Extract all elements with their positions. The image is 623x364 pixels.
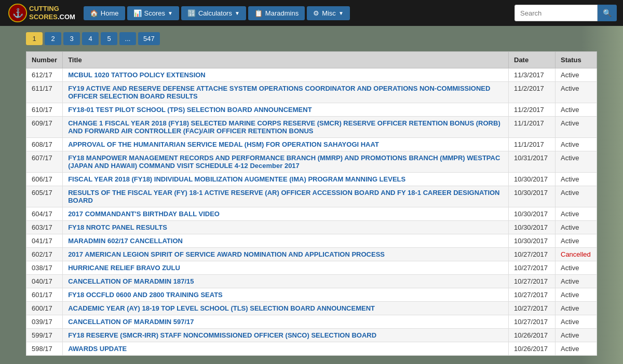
cell-status: Active (556, 234, 597, 248)
cell-status: Active (556, 82, 597, 103)
maradmins-button[interactable]: 📋 Maradmins (248, 6, 305, 20)
cell-title[interactable]: FY18 RESERVE (SMCR-IRR) STAFF NONCOMMISS… (63, 329, 509, 342)
cell-status: Active (556, 275, 597, 288)
search-button[interactable]: 🔍 (598, 5, 617, 21)
cell-title[interactable]: HURRICANE RELIEF BRAVO ZULU (63, 261, 509, 275)
scores-icon: 📊 (133, 9, 142, 17)
page-btn-...[interactable]: ... (119, 32, 136, 45)
table-row: 610/17FY18-01 TEST PILOT SCHOOL (TPS) SE… (26, 103, 597, 117)
page-btn-1[interactable]: 1 (26, 32, 43, 45)
cell-date: 11/1/2017 (509, 117, 556, 138)
scores-button[interactable]: 📊 Scores ▼ (127, 6, 179, 20)
cell-number: 038/17 (26, 261, 63, 275)
table-row: 605/17RESULTS OF THE FISCAL YEAR (FY) 18… (26, 186, 597, 207)
cell-date: 11/3/2017 (509, 68, 556, 82)
cell-title[interactable]: CANCELLATION OF MARADMIN 187/15 (63, 275, 509, 288)
cell-title[interactable]: FY18 OCCFLD 0600 AND 2800 TRAINING SEATS (63, 288, 509, 302)
home-button[interactable]: 🏠 Home (84, 6, 125, 20)
cell-date: 11/2/2017 (509, 82, 556, 103)
cell-title[interactable]: FY18-01 TEST PILOT SCHOOL (TPS) SELECTIO… (63, 103, 509, 117)
cell-date: 10/30/2017 (509, 173, 556, 186)
cell-title[interactable]: 2017 COMMANDANT'S BIRTHDAY BALL VIDEO (63, 207, 509, 221)
misc-icon: ⚙ (313, 9, 319, 17)
table-row: 039/17CANCELLATION OF MARADMIN 597/1710/… (26, 315, 597, 329)
cell-title[interactable]: FY18 MANPOWER MANAGEMENT RECORDS AND PER… (63, 151, 509, 173)
cell-title[interactable]: MARADMIN 602/17 CANCELLATION (63, 234, 509, 248)
cell-date: 10/27/2017 (509, 302, 556, 315)
maradmins-icon: 📋 (254, 9, 263, 17)
cell-status: Active (556, 261, 597, 275)
cell-title[interactable]: ACADEMIC YEAR (AY) 18-19 TOP LEVEL SCHOO… (63, 302, 509, 315)
cell-number: 605/17 (26, 186, 63, 207)
cell-number: 600/17 (26, 302, 63, 315)
table-row: 608/17APPROVAL OF THE HUMANITARIAN SERVI… (26, 138, 597, 151)
cell-number: 603/17 (26, 221, 63, 234)
table-row: 603/17FY18 NROTC PANEL RESULTS10/30/2017… (26, 221, 597, 234)
brand: ⚓ CUTTING SCORES.COM (6, 2, 75, 24)
cell-status: Active (556, 329, 597, 342)
cell-date: 10/30/2017 (509, 221, 556, 234)
cell-status: Active (556, 342, 597, 356)
cell-title[interactable]: APPROVAL OF THE HUMANITARIAN SERVICE MED… (63, 138, 509, 151)
table-row: 040/17CANCELLATION OF MARADMIN 187/1510/… (26, 275, 597, 288)
cell-status: Active (556, 117, 597, 138)
cell-date: 10/31/2017 (509, 151, 556, 173)
cell-status: Active (556, 173, 597, 186)
cell-number: 611/17 (26, 82, 63, 103)
cell-title[interactable]: MCBUL 1020 TATTOO POLICY EXTENSION (63, 68, 509, 82)
misc-button[interactable]: ⚙ Misc ▼ (307, 6, 350, 20)
cell-date: 10/27/2017 (509, 315, 556, 329)
cell-date: 10/30/2017 (509, 234, 556, 248)
cell-status: Active (556, 207, 597, 221)
cell-date: 10/27/2017 (509, 288, 556, 302)
cell-number: 609/17 (26, 117, 63, 138)
page-btn-3[interactable]: 3 (63, 32, 80, 45)
cell-status: Active (556, 186, 597, 207)
cell-status: Cancelled (556, 248, 597, 261)
cell-title[interactable]: FISCAL YEAR 2018 (FY18) INDIVIDUAL MOBIL… (63, 173, 509, 186)
cell-number: 608/17 (26, 138, 63, 151)
cell-title[interactable]: AWARDS UPDATE (63, 342, 509, 356)
cell-date: 10/26/2017 (509, 342, 556, 356)
col-number: Number (26, 52, 63, 68)
cell-title[interactable]: 2017 AMERICAN LEGION SPIRIT OF SERVICE A… (63, 248, 509, 261)
cell-date: 10/27/2017 (509, 261, 556, 275)
cell-status: Active (556, 68, 597, 82)
brand-icon: ⚓ (8, 3, 28, 23)
table-row: 601/17FY18 OCCFLD 0600 AND 2800 TRAINING… (26, 288, 597, 302)
misc-caret: ▼ (338, 10, 344, 16)
cell-number: 602/17 (26, 248, 63, 261)
cell-title[interactable]: CANCELLATION OF MARADMIN 597/17 (63, 315, 509, 329)
cell-title[interactable]: CHANGE 1 FISCAL YEAR 2018 (FY18) SELECTE… (63, 117, 509, 138)
cell-number: 041/17 (26, 234, 63, 248)
table-row: 612/17MCBUL 1020 TATTOO POLICY EXTENSION… (26, 68, 597, 82)
table-row: 611/17FY19 ACTIVE AND RESERVE DEFENSE AT… (26, 82, 597, 103)
cell-date: 10/27/2017 (509, 275, 556, 288)
table-row: 041/17MARADMIN 602/17 CANCELLATION10/30/… (26, 234, 597, 248)
cell-number: 604/17 (26, 207, 63, 221)
brand-text: CUTTING SCORES.COM (29, 5, 75, 21)
cell-status: Active (556, 103, 597, 117)
cell-date: 10/30/2017 (509, 207, 556, 221)
page-btn-4[interactable]: 4 (82, 32, 99, 45)
table-row: 606/17FISCAL YEAR 2018 (FY18) INDIVIDUAL… (26, 173, 597, 186)
col-title: Title (63, 52, 509, 68)
table-header-row: Number Title Date Status (26, 52, 597, 68)
search-input[interactable] (514, 5, 598, 21)
calculators-button[interactable]: 🔢 Calculators ▼ (181, 6, 246, 20)
cell-title[interactable]: RESULTS OF THE FISCAL YEAR (FY) 18-1 ACT… (63, 186, 509, 207)
table-row: 607/17FY18 MANPOWER MANAGEMENT RECORDS A… (26, 151, 597, 173)
cell-title[interactable]: FY18 NROTC PANEL RESULTS (63, 221, 509, 234)
cell-title[interactable]: FY19 ACTIVE AND RESERVE DEFENSE ATTACHE … (63, 82, 509, 103)
cell-number: 598/17 (26, 342, 63, 356)
page-btn-2[interactable]: 2 (45, 32, 61, 45)
cell-date: 11/2/2017 (509, 103, 556, 117)
cell-number: 601/17 (26, 288, 63, 302)
navbar: ⚓ CUTTING SCORES.COM 🏠 Home 📊 Scores ▼ 🔢… (0, 0, 623, 26)
page-btn-5[interactable]: 5 (101, 32, 117, 45)
pagination: 12345...547 (26, 32, 597, 45)
content: 12345...547 Number Title Date Status 612… (0, 26, 623, 362)
cell-number: 039/17 (26, 315, 63, 329)
table-row: 604/172017 COMMANDANT'S BIRTHDAY BALL VI… (26, 207, 597, 221)
page-btn-547[interactable]: 547 (138, 32, 160, 45)
